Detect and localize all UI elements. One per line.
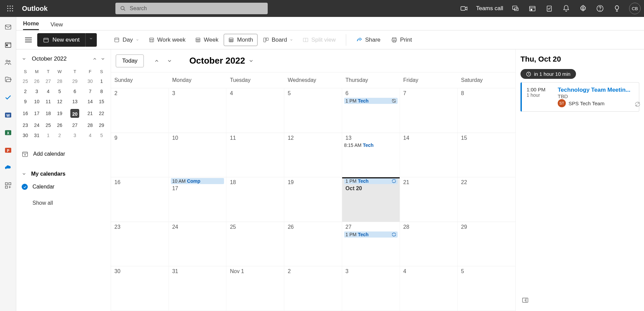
day-cell[interactable]: 3 bbox=[342, 266, 400, 311]
add-calendar-button[interactable]: Add calendar bbox=[20, 147, 107, 161]
board-button[interactable]: Board bbox=[259, 34, 297, 46]
mini-day[interactable]: 24 bbox=[31, 120, 43, 130]
event-chip[interactable]: 8:15 AM Tech bbox=[344, 142, 398, 148]
mini-day[interactable]: 10 bbox=[31, 96, 43, 107]
print-button[interactable]: Print bbox=[387, 34, 416, 46]
mini-day[interactable]: 12 bbox=[54, 96, 65, 107]
day-cell[interactable]: 61 PM Tech bbox=[342, 88, 400, 133]
mini-day[interactable]: 1 bbox=[43, 130, 54, 140]
mini-day[interactable]: 5 bbox=[96, 130, 107, 140]
mini-day[interactable]: 14 bbox=[84, 96, 96, 107]
day-cell[interactable]: 26 bbox=[284, 222, 342, 266]
teams-call-label[interactable]: Teams call bbox=[476, 5, 503, 12]
mini-day[interactable]: 2 bbox=[54, 130, 65, 140]
today-button[interactable]: Today bbox=[116, 54, 144, 67]
day-cell[interactable]: 4 bbox=[226, 88, 284, 133]
mini-day[interactable]: 23 bbox=[20, 120, 31, 130]
mini-day[interactable]: 29 bbox=[96, 120, 107, 130]
todo-icon[interactable] bbox=[4, 93, 12, 102]
mini-day[interactable]: 25 bbox=[20, 76, 31, 86]
mini-day[interactable]: 11 bbox=[43, 96, 54, 107]
mini-day[interactable]: 27 bbox=[65, 120, 84, 130]
onedrive-icon[interactable] bbox=[4, 164, 12, 172]
event-chip[interactable]: 1 PM Tech bbox=[344, 178, 398, 184]
event-chip[interactable]: 10 AM Comp bbox=[171, 178, 224, 184]
day-cell[interactable]: 25 bbox=[226, 222, 284, 266]
avatar[interactable]: CB bbox=[629, 3, 641, 14]
new-event-button[interactable]: New event bbox=[37, 33, 85, 47]
calendar-nav-icon[interactable] bbox=[528, 4, 537, 13]
day-cell[interactable]: 12 bbox=[284, 133, 342, 177]
day-cell[interactable]: 22 bbox=[458, 177, 515, 222]
mini-day[interactable]: 29 bbox=[65, 76, 84, 86]
new-event-dropdown[interactable] bbox=[85, 33, 97, 47]
gear-icon[interactable] bbox=[578, 4, 588, 13]
day-cell[interactable]: 19 bbox=[284, 177, 342, 222]
day-cell[interactable]: 28 bbox=[400, 222, 458, 266]
calendar-icon[interactable] bbox=[4, 41, 12, 49]
day-cell[interactable]: 2 bbox=[111, 88, 169, 133]
day-cell[interactable]: 138:15 AM Tech bbox=[342, 133, 400, 177]
collapse-mini-icon[interactable] bbox=[22, 57, 26, 61]
mini-day[interactable]: 15 bbox=[96, 96, 107, 107]
day-cell[interactable]: 3 bbox=[169, 88, 227, 133]
video-icon[interactable] bbox=[459, 4, 469, 13]
search-input[interactable] bbox=[130, 5, 263, 12]
mini-day[interactable]: 28 bbox=[54, 76, 65, 86]
mini-day[interactable]: 25 bbox=[43, 120, 54, 130]
powerpoint-icon[interactable]: P bbox=[4, 146, 12, 154]
day-cell[interactable]: 16 bbox=[111, 177, 169, 222]
mini-day[interactable]: 18 bbox=[43, 107, 54, 120]
mini-day[interactable]: 17 bbox=[31, 107, 43, 120]
mail-icon[interactable] bbox=[4, 23, 12, 31]
people-icon[interactable] bbox=[4, 58, 12, 66]
day-cell[interactable]: 21 bbox=[400, 177, 458, 222]
mini-day[interactable]: 30 bbox=[20, 130, 31, 140]
day-cell[interactable]: 7 bbox=[400, 88, 458, 133]
day-cell[interactable]: 2 bbox=[284, 266, 342, 311]
mini-day[interactable]: 3 bbox=[65, 130, 84, 140]
hamburger-icon[interactable] bbox=[22, 35, 35, 45]
day-cell[interactable]: 5 bbox=[458, 266, 515, 311]
day-cell[interactable]: Nov 1 bbox=[226, 266, 284, 311]
day-cell[interactable]: 30 bbox=[111, 266, 169, 311]
prev-period-icon[interactable] bbox=[152, 56, 161, 66]
mini-day[interactable]: 5 bbox=[54, 86, 65, 96]
workweek-button[interactable]: Work week bbox=[145, 34, 190, 46]
search-box[interactable] bbox=[115, 3, 268, 14]
day-button[interactable]: Day bbox=[110, 34, 143, 46]
mini-day[interactable]: 9 bbox=[20, 96, 31, 107]
prev-month-icon[interactable] bbox=[92, 57, 97, 61]
mini-day[interactable]: 4 bbox=[43, 86, 54, 96]
mini-day[interactable]: 13 bbox=[65, 96, 84, 107]
clipboard-icon[interactable] bbox=[545, 4, 554, 13]
collapse-agenda-icon[interactable] bbox=[520, 295, 530, 306]
big-month-label[interactable]: October 2022 bbox=[189, 55, 254, 66]
excel-icon[interactable]: X bbox=[4, 129, 12, 137]
day-cell[interactable]: 10 AM Comp17 bbox=[169, 177, 227, 222]
mini-day[interactable]: 3 bbox=[31, 86, 43, 96]
mini-day[interactable]: 30 bbox=[84, 76, 96, 86]
more-apps-icon[interactable] bbox=[4, 181, 12, 190]
mini-day[interactable]: 26 bbox=[31, 76, 43, 86]
mini-day[interactable]: 26 bbox=[54, 120, 65, 130]
files-icon[interactable] bbox=[4, 76, 12, 84]
day-cell[interactable]: 9 bbox=[111, 133, 169, 177]
mini-day[interactable]: 8 bbox=[96, 86, 107, 96]
mini-day[interactable]: 28 bbox=[84, 120, 96, 130]
help-icon[interactable] bbox=[595, 4, 605, 13]
mini-day[interactable]: 1 bbox=[96, 76, 107, 86]
day-cell[interactable]: 18 bbox=[226, 177, 284, 222]
day-cell[interactable]: 23 bbox=[111, 222, 169, 266]
mini-day[interactable]: 7 bbox=[84, 86, 96, 96]
show-all-button[interactable]: Show all bbox=[20, 197, 107, 209]
chat-icon[interactable] bbox=[511, 4, 520, 13]
next-period-icon[interactable] bbox=[165, 56, 174, 66]
my-calendars-section[interactable]: My calendars bbox=[20, 168, 107, 180]
day-cell[interactable]: 1 PM TechOct 20 bbox=[342, 177, 400, 222]
event-chip[interactable]: 1 PM Tech bbox=[344, 231, 398, 238]
calendar-item[interactable]: Calendar bbox=[20, 180, 107, 193]
mini-day[interactable]: 16 bbox=[20, 107, 31, 120]
day-cell[interactable]: 31 bbox=[169, 266, 227, 311]
day-cell[interactable]: 10 bbox=[169, 133, 227, 177]
